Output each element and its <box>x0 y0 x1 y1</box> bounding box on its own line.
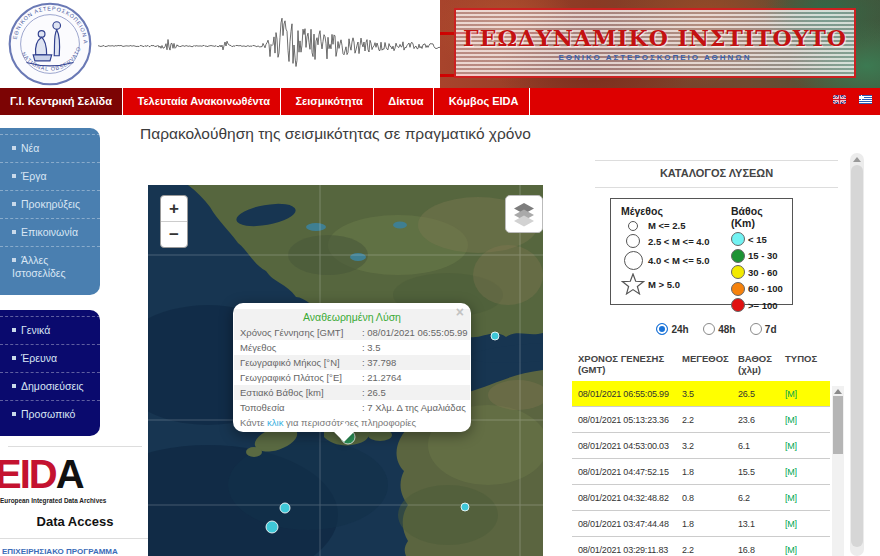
table-row[interactable]: 08/01/2021 03:47:44.481.813.1[M] <box>572 511 830 537</box>
radio-icon[interactable] <box>703 323 715 335</box>
legend-depth-item: 30 - 60 <box>731 265 789 279</box>
earthquake-marker[interactable] <box>491 332 499 340</box>
sidebar-item-other-websites[interactable]: Άλλες Ιστοσελίδες <box>0 246 100 287</box>
eida-tagline: European Integrated Data Archives <box>0 497 150 504</box>
legend-magnitude-item: 4.0 < M <= 5.0 <box>621 251 729 270</box>
zoom-in-button[interactable]: + <box>161 196 187 222</box>
sidebar-item-label: Δημοσιεύσεις <box>21 380 84 392</box>
scroll-up-icon[interactable] <box>834 389 842 394</box>
table-row[interactable]: 08/01/2021 03:29:11.832.216.8[M] <box>572 537 830 556</box>
earthquake-popup: × Αναθεωρημένη Λύση Χρόνος Γέννησης [GMT… <box>233 303 471 432</box>
earthquake-marker[interactable] <box>266 521 278 533</box>
popup-row-location: Τοποθεσία: 7 Χλμ. Δ της Αμαλιάδας <box>234 400 470 415</box>
star-icon <box>621 273 645 295</box>
more-info-link[interactable]: κλικ <box>267 417 283 428</box>
scrollbar-thumb[interactable] <box>833 396 843 454</box>
seismogram-graphic <box>98 0 458 88</box>
seismicity-map[interactable]: + − × Αναθεωρημένη Λύση Χρόνος Γέννησης … <box>148 185 543 556</box>
sidebar-item-projects[interactable]: Έργα <box>0 162 100 190</box>
nav-item-home[interactable]: Γ.Ι. Κεντρική Σελίδα <box>0 88 123 115</box>
earthquake-marker[interactable] <box>461 503 469 511</box>
bullet-icon <box>12 174 16 178</box>
bullet-icon <box>12 258 16 262</box>
data-access-label[interactable]: Data Access <box>0 514 150 529</box>
legend-depth-title: Βάθος (Km) <box>731 205 789 229</box>
map-legend: Μέγεθος M <= 2.5 2.5 < M <= 4.0 4.0 < M … <box>610 198 793 305</box>
sidebar-item-general[interactable]: Γενικά <box>0 316 100 344</box>
page-header: ΕΘΝΙΚΟΝ ΑΣΤΕΡΟΣΚΟΠΕΙΟΝ ΑΘΗΝΩΝ NATIONAL O… <box>0 0 880 88</box>
geodynamic-institute-page: ΕΘΝΙΚΟΝ ΑΣΤΕΡΟΣΚΟΠΕΙΟΝ ΑΘΗΝΩΝ NATIONAL O… <box>0 0 880 556</box>
radio-icon[interactable] <box>750 323 762 335</box>
time-filter-group: 24h 48h 7d <box>595 321 838 339</box>
sidebar-item-news[interactable]: Νέα <box>0 134 100 162</box>
map-zoom-control: + − <box>160 195 188 248</box>
filter-48h[interactable]: 48h <box>703 323 735 335</box>
sidebar-item-personnel[interactable]: Προσωπικό <box>0 400 100 428</box>
table-scrollbar[interactable] <box>832 386 844 556</box>
uk-flag-language-button[interactable] <box>833 95 846 104</box>
observatory-seal-logo[interactable]: ΕΘΝΙΚΟΝ ΑΣΤΕΡΟΣΚΟΠΕΙΟΝ ΑΘΗΝΩΝ NATIONAL O… <box>8 2 92 86</box>
header-depth: ΒΑΘΟΣ (χλμ) <box>738 353 785 375</box>
sidebar-item-research[interactable]: Έρευνα <box>0 344 100 372</box>
sidebar-item-label: Γενικά <box>21 324 50 336</box>
depth-color-dot <box>731 232 745 246</box>
sidebar-item-contact[interactable]: Επικοινωνία <box>0 218 100 246</box>
language-switcher <box>824 95 872 113</box>
table-row[interactable]: 08/01/2021 04:53:00.033.26.1[M] <box>572 433 830 459</box>
popup-row-magnitude: Μέγεθος: 3.5 <box>234 340 470 355</box>
header-origin-time: ΧΡΟΝΟΣ ΓΕΝΕΣΗΣ (GMT) <box>578 353 682 375</box>
table-row[interactable]: 08/01/2021 06:55:05.993.526.5[M] <box>572 381 830 407</box>
sidebar-menu-bottom: Γενικά Έρευνα Δημοσιεύσεις Προσωπικό <box>0 310 100 436</box>
filter-24h[interactable]: 24h <box>656 323 688 335</box>
depth-color-dot <box>731 298 745 312</box>
divider <box>8 446 142 447</box>
bullet-icon <box>12 230 16 234</box>
bullet-icon <box>12 384 16 388</box>
sidebar-item-label: Νέα <box>21 142 39 154</box>
filter-7d[interactable]: 7d <box>750 323 777 335</box>
close-icon[interactable]: × <box>456 304 464 320</box>
sidebar-item-calls[interactable]: Προκηρύξεις <box>0 190 100 218</box>
legend-depth-item: 60 - 100 <box>731 282 789 296</box>
legend-magnitude-item: M <= 2.5 <box>621 220 729 231</box>
table-row[interactable]: 08/01/2021 05:13:23.362.223.6[M] <box>572 407 830 433</box>
bullet-icon <box>12 328 16 332</box>
legend-magnitude-title: Μέγεθος <box>621 205 729 217</box>
nav-item-latest-announcements[interactable]: Τελευταία Ανακοινωθέντα <box>127 88 280 115</box>
bullet-icon <box>12 202 16 206</box>
popup-row-origin-time: Χρόνος Γέννησης [GMT]: 08/01/2021 06:55:… <box>234 325 470 340</box>
legend-magnitude-column: Μέγεθος M <= 2.5 2.5 < M <= 4.0 4.0 < M … <box>621 205 729 298</box>
small-circle-icon <box>628 221 638 231</box>
scrollbar-thumb[interactable] <box>851 165 863 547</box>
legend-magnitude-item: M > 5.0 <box>621 273 729 295</box>
institute-banner: ΓΕΩΔΥΝΑΜΙΚΟ ΙΝΣΤΙΤΟΥΤΟ ΕΘΝΙΚΟ ΑΣΤΕΡΟΣΚΟΠ… <box>440 0 880 88</box>
bullet-icon <box>12 412 16 416</box>
nav-item-seismicity[interactable]: Σεισμικότητα <box>285 88 373 115</box>
institute-title: ΓΕΩΔΥΝΑΜΙΚΟ ΙΝΣΤΙΤΟΥΤΟ <box>463 25 847 51</box>
eida-letter: E <box>0 452 20 496</box>
scroll-up-icon[interactable] <box>853 157 861 162</box>
greek-flag-language-button[interactable] <box>859 95 872 104</box>
sidebar-item-publications[interactable]: Δημοσιεύσεις <box>0 372 100 400</box>
sidebar-item-label: Προκηρύξεις <box>21 198 80 210</box>
zoom-out-button[interactable]: − <box>161 222 187 247</box>
operational-programme-text: ΕΠΙΧΕΙΡΗΣΙΑΚΟ ΠΡΟΓΡΑΜΜΑ <box>2 547 162 556</box>
eida-letter: A <box>56 452 83 496</box>
table-row[interactable]: 08/01/2021 04:47:52.151.815.5[M] <box>572 459 830 485</box>
divider <box>595 187 838 188</box>
table-header: ΧΡΟΝΟΣ ΓΕΝΕΣΗΣ (GMT) ΜΕΓΕΘΟΣ ΒΑΘΟΣ (χλμ)… <box>572 351 830 381</box>
institute-title-box: ΓΕΩΔΥΝΑΜΙΚΟ ΙΝΣΤΙΤΟΥΤΟ ΕΘΝΙΚΟ ΑΣΤΕΡΟΣΚΟΠ… <box>454 8 856 78</box>
nav-item-networks[interactable]: Δίκτυα <box>378 88 434 115</box>
radio-icon[interactable] <box>656 323 668 335</box>
sidebar-item-label: Έρευνα <box>21 352 57 364</box>
eida-logo[interactable]: EIDA <box>0 452 115 496</box>
map-layers-control[interactable] <box>505 195 543 233</box>
nav-item-eida-node[interactable]: Κόμβος EIDA <box>439 88 530 115</box>
sidebar-item-label: Επικοινωνία <box>21 226 78 238</box>
page-scrollbar[interactable] <box>850 153 864 556</box>
main-navigation: Γ.Ι. Κεντρική Σελίδα Τελευταία Ανακοινωθ… <box>0 88 880 115</box>
catalog-title: ΚΑΤΑΛΟΓΟΣ ΛΥΣΕΩΝ <box>595 167 838 179</box>
earthquake-marker[interactable] <box>280 503 290 513</box>
legend-magnitude-item: 2.5 < M <= 4.0 <box>621 234 729 248</box>
table-row[interactable]: 08/01/2021 04:32:48.820.86.2[M] <box>572 485 830 511</box>
